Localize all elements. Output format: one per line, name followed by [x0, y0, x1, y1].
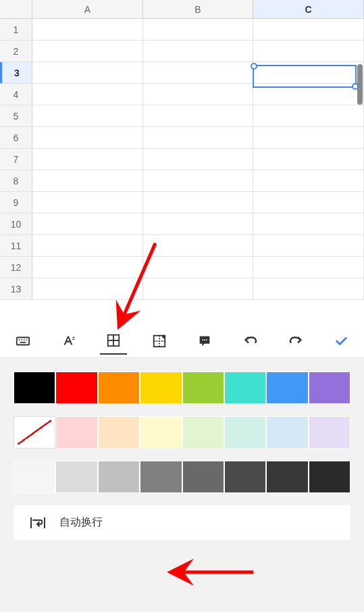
- cell-A1[interactable]: [32, 19, 143, 40]
- col-header-a[interactable]: A: [32, 0, 143, 18]
- solid-swatch-5[interactable]: [224, 372, 266, 404]
- cell-C2[interactable]: [253, 41, 364, 61]
- row-header-7[interactable]: 7: [0, 149, 32, 170]
- gray-swatch-6[interactable]: [266, 461, 308, 493]
- insert-cell-icon: [152, 334, 167, 349]
- light-swatch-5[interactable]: [224, 416, 266, 449]
- cell-B5[interactable]: [143, 105, 254, 126]
- wrap-text-button[interactable]: 自动换行: [14, 505, 350, 540]
- borders-button[interactable]: [100, 328, 127, 355]
- row-header-6[interactable]: 6: [0, 127, 32, 148]
- cell-B8[interactable]: [143, 170, 254, 191]
- light-swatch-0[interactable]: [14, 416, 55, 449]
- col-header-c[interactable]: C: [253, 0, 364, 18]
- redo-button[interactable]: [282, 328, 309, 355]
- cell-B3[interactable]: [143, 62, 254, 83]
- cell-A5[interactable]: [32, 105, 143, 126]
- gray-swatch-5[interactable]: [224, 461, 266, 493]
- cell-C9[interactable]: [253, 192, 364, 213]
- light-swatch-4[interactable]: [182, 416, 224, 449]
- cell-A3[interactable]: [32, 62, 143, 83]
- table-row: 4: [0, 84, 364, 105]
- gray-swatch-3[interactable]: [140, 461, 182, 493]
- cell-C3[interactable]: [253, 62, 364, 83]
- row-header-8[interactable]: 8: [0, 170, 32, 191]
- cell-A11[interactable]: [32, 235, 143, 256]
- gray-swatch-1[interactable]: [55, 461, 97, 493]
- cell-B13[interactable]: [143, 278, 254, 299]
- cell-B4[interactable]: [143, 84, 254, 105]
- text-format-button[interactable]: [55, 328, 82, 355]
- svg-point-16: [204, 339, 205, 340]
- vertical-scrollbar[interactable]: [357, 64, 363, 105]
- row-header-11[interactable]: 11: [0, 235, 32, 256]
- table-row: 10: [0, 213, 364, 235]
- row-header-13[interactable]: 13: [0, 278, 32, 299]
- cell-A13[interactable]: [32, 278, 143, 299]
- cell-A8[interactable]: [32, 170, 143, 191]
- cell-A4[interactable]: [32, 84, 143, 105]
- row-header-5[interactable]: 5: [0, 105, 32, 126]
- row-header-10[interactable]: 10: [0, 213, 32, 234]
- solid-swatch-2[interactable]: [98, 372, 140, 404]
- gray-swatch-4[interactable]: [182, 461, 224, 493]
- cell-A7[interactable]: [32, 149, 143, 170]
- row-header-1[interactable]: 1: [0, 19, 32, 40]
- cell-C1[interactable]: [253, 19, 364, 40]
- solid-swatch-0[interactable]: [14, 372, 55, 404]
- undo-button[interactable]: [237, 328, 264, 355]
- cell-C6[interactable]: [253, 127, 364, 148]
- row-header-3[interactable]: 3: [0, 62, 32, 83]
- cell-C13[interactable]: [253, 278, 364, 299]
- cell-A9[interactable]: [32, 192, 143, 213]
- cell-C5[interactable]: [253, 105, 364, 126]
- cell-A6[interactable]: [32, 127, 143, 148]
- row-header-2[interactable]: 2: [0, 41, 32, 61]
- cell-C4[interactable]: [253, 84, 364, 105]
- keyboard-button[interactable]: [9, 328, 36, 355]
- corner-cell[interactable]: [0, 0, 32, 18]
- svg-point-14: [163, 336, 165, 338]
- light-swatch-6[interactable]: [266, 416, 308, 449]
- cell-B12[interactable]: [143, 257, 254, 278]
- cell-B7[interactable]: [143, 149, 254, 170]
- gray-swatch-7[interactable]: [309, 461, 350, 493]
- light-swatch-7[interactable]: [309, 416, 350, 449]
- light-swatch-3[interactable]: [140, 416, 182, 449]
- cell-C7[interactable]: [253, 149, 364, 170]
- cell-A10[interactable]: [32, 213, 143, 234]
- cell-C10[interactable]: [253, 213, 364, 234]
- cell-C12[interactable]: [253, 257, 364, 278]
- cell-B2[interactable]: [143, 41, 254, 61]
- gray-swatch-0[interactable]: [14, 461, 55, 493]
- insert-cell-button[interactable]: [146, 328, 173, 355]
- gray-swatch-2[interactable]: [98, 461, 140, 493]
- light-swatch-1[interactable]: [55, 416, 97, 449]
- comment-button[interactable]: [191, 328, 218, 355]
- done-button[interactable]: [328, 328, 355, 355]
- row-header-9[interactable]: 9: [0, 192, 32, 213]
- col-header-b[interactable]: B: [143, 0, 254, 18]
- light-swatch-2[interactable]: [98, 416, 140, 449]
- cell-B6[interactable]: [143, 127, 254, 148]
- cell-A12[interactable]: [32, 257, 143, 278]
- cell-B1[interactable]: [143, 19, 254, 40]
- keyboard-icon: [16, 334, 30, 349]
- svg-point-17: [206, 339, 207, 340]
- solid-swatch-4[interactable]: [182, 372, 224, 404]
- cell-B10[interactable]: [143, 213, 254, 234]
- table-row: 3: [0, 62, 364, 84]
- cell-A2[interactable]: [32, 41, 143, 61]
- row-header-4[interactable]: 4: [0, 84, 32, 105]
- solid-swatch-3[interactable]: [140, 372, 182, 404]
- cell-B9[interactable]: [143, 192, 254, 213]
- cell-C11[interactable]: [253, 235, 364, 256]
- row-header-12[interactable]: 12: [0, 257, 32, 278]
- table-row: 12: [0, 257, 364, 278]
- cell-B11[interactable]: [143, 235, 254, 256]
- svg-rect-0: [17, 337, 29, 345]
- solid-swatch-6[interactable]: [266, 372, 308, 404]
- solid-swatch-1[interactable]: [55, 372, 97, 404]
- cell-C8[interactable]: [253, 170, 364, 191]
- solid-swatch-7[interactable]: [309, 372, 350, 404]
